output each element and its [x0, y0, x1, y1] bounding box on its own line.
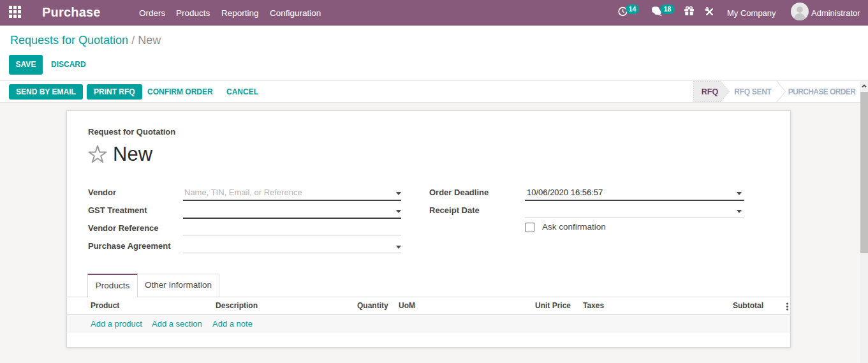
svg-text:PURCHASE ORDER: PURCHASE ORDER	[788, 87, 857, 96]
svg-text:RFQ: RFQ	[702, 87, 719, 96]
svg-text:RFQ SENT: RFQ SENT	[734, 87, 772, 96]
